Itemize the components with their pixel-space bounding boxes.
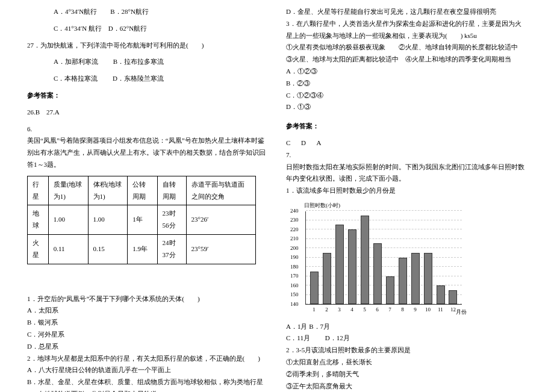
sunshine-chart: 日照时数(小时) 1401501601701801902002102202302… bbox=[292, 201, 461, 317]
chart-xtick: 1 bbox=[310, 305, 319, 314]
q6-1-option-a: A．太阳系 bbox=[27, 305, 268, 317]
chart-bar bbox=[399, 258, 407, 305]
chart-bar bbox=[310, 272, 319, 304]
chart-ytick: 230 bbox=[290, 216, 299, 225]
q7-stem: 日照时数指太阳在某地实际照射的时间。下图为我国东北图们江流域多年日照时数年内变化… bbox=[286, 161, 527, 185]
chart-xtick: 8 bbox=[399, 305, 407, 314]
table-row: 火星 0.11 0.15 1.9年 24时37分 23°59′ bbox=[28, 234, 256, 264]
q27-option-b: B．拉布拉多寒流 bbox=[113, 58, 164, 65]
q6-1-option-c: C．河外星系 bbox=[27, 329, 268, 341]
chart-xtick: 9 bbox=[411, 305, 420, 314]
q6-3-cond-line1: ①火星有类似地球的极昼极夜现象 ②火星、地球自转周期的长度都比较适中 bbox=[286, 42, 527, 54]
q6-2-option-b: B．水星、金星、火星在体积、质量、组成物质方面与地球较相似，称为类地行星 bbox=[27, 376, 268, 388]
cell: 0.11 bbox=[48, 234, 88, 264]
cell: 1.00 bbox=[48, 205, 88, 235]
q7-2-cond2: ②雨季未到，多晴朗天气 bbox=[286, 369, 527, 381]
th-volume: 体积(地球为1) bbox=[88, 176, 128, 205]
chart-bar bbox=[386, 276, 394, 305]
chart-ytick: 160 bbox=[290, 281, 299, 290]
right-column: D．金星、火星等行星能自行发出可见光，这几颗行星在夜空显得很明亮 3．在八颗行星… bbox=[277, 6, 536, 386]
chart-ytick: 180 bbox=[290, 262, 299, 272]
chart-bar bbox=[411, 253, 420, 304]
chart-plot-area: 140150160170180190200210220230240 bbox=[305, 211, 462, 305]
chart-bar bbox=[335, 225, 344, 304]
th-mass: 质量(地球为1) bbox=[48, 176, 88, 205]
chart-xtick: 11 bbox=[437, 305, 445, 314]
chart-ytick: 210 bbox=[290, 234, 299, 244]
chart-ytick: 140 bbox=[290, 299, 299, 309]
chart-xtick: 2 bbox=[323, 305, 331, 314]
q6-3-stem: 3．在八颗行星中，人类首选火星作为探索生命起源和进化的行星，主要是因为火星上的一… bbox=[286, 18, 527, 42]
chart-bar bbox=[424, 253, 432, 304]
chart-bar bbox=[323, 253, 331, 304]
chart-ytick: 150 bbox=[290, 290, 299, 300]
q6-number: 6. bbox=[27, 123, 268, 135]
q7-2-stem: 2．3-5月该流域日照时数最多的主要原因是 bbox=[286, 344, 527, 356]
q6-2-stem: 2．地球与火星都是太阳系中的行星，有关太阳系行星的叙述，不正确的是( ) bbox=[27, 353, 268, 365]
q7-1-stem: 1．该流域多年日照时数最少的月份是 bbox=[286, 185, 527, 197]
planet-table: 行星 质量(地球为1) 体积(地球为1) 公转周期 自转周期 赤道平面与轨道面之… bbox=[27, 176, 256, 264]
q6-1-option-b: B．银河系 bbox=[27, 317, 268, 329]
q6-2-option-d: D．金星、火星等行星能自行发出可见光，这几颗行星在夜空显得很明亮 bbox=[286, 6, 527, 18]
q6-3-cond-line2: ③火星、地球与太阳的距离都比较适中 ④火星上和地球的四季变化周期相当 bbox=[286, 54, 527, 66]
q6-3-option-c: C．①②③④ bbox=[286, 90, 527, 102]
q7-1-options-row1: A．1月 B．7月 bbox=[286, 321, 527, 333]
q6-1-option-d: D．总星系 bbox=[27, 341, 268, 353]
th-rotation: 自转周期 bbox=[157, 176, 186, 205]
th-revolution: 公转周期 bbox=[128, 176, 157, 205]
chart-ytick: 220 bbox=[290, 225, 299, 234]
cell: 1.9年 bbox=[128, 234, 157, 264]
chart-bar bbox=[348, 229, 356, 304]
q7-2-cond1: ①太阳直射点北移，昼长渐长 bbox=[286, 356, 527, 369]
q6-3-option-b: B．②③ bbox=[286, 78, 527, 90]
chart-ytick: 190 bbox=[290, 253, 299, 263]
answer-header-right: 参考答案： bbox=[286, 120, 527, 132]
q7-number: 7. bbox=[286, 149, 527, 161]
chart-xtick: 5 bbox=[361, 305, 369, 314]
chart-xtick: 4 bbox=[348, 305, 356, 314]
q7-1-options-row2: C．11月 D．12月 bbox=[286, 332, 527, 344]
chart-ytitle: 日照时数(小时) bbox=[292, 201, 461, 210]
q6-2-option-a: A．八大行星绕日公转的轨道面几乎在一个平面上 bbox=[27, 364, 268, 376]
q7-1-option-d: D．12月 bbox=[325, 334, 350, 341]
chart-ytick: 170 bbox=[290, 272, 299, 281]
cell: 23°59′ bbox=[186, 234, 255, 264]
q7-1-option-c: C．11月 bbox=[286, 334, 310, 341]
q6-stem: 美国“凤凰”号着陆探测器项目小组发布信息说：“凤凰”号在加热火星土壤样本时鉴别出… bbox=[27, 135, 268, 170]
cell: 1年 bbox=[128, 205, 157, 235]
q7-2-cond3: ③正午太阳高度角最大 bbox=[286, 381, 527, 393]
chart-bar bbox=[437, 285, 445, 304]
q27-options-row2: C．本格拉寒流 D．东格陵兰寒流 bbox=[27, 73, 268, 85]
answer-6: C D A bbox=[286, 137, 527, 149]
chart-xtick: 10 bbox=[424, 305, 432, 314]
cell: 0.15 bbox=[88, 234, 128, 264]
chart-bar bbox=[361, 216, 369, 304]
th-angle: 赤道平面与轨道面之间的交角 bbox=[186, 176, 255, 205]
answer-header-left: 参考答案： bbox=[27, 90, 268, 102]
q6-1-stem: 1．升空后的“凤凰号”不属于下列哪个天体系统的天体( ) bbox=[27, 293, 268, 305]
q6-3-option-d: D．①③ bbox=[286, 101, 527, 113]
chart-xtick: 6 bbox=[373, 305, 382, 314]
left-column: A．4°34′N航行 B．28°N航行 C．41°34′N 航行 D．62°N航… bbox=[18, 6, 277, 386]
q27-option-a: A．加那利寒流 bbox=[54, 58, 98, 65]
chart-ytick: 240 bbox=[290, 206, 299, 216]
answer-26-27: 26.B 27.A bbox=[27, 107, 268, 119]
q27-option-d: D．东格陵兰寒流 bbox=[113, 75, 164, 82]
chart-xtick: 7 bbox=[386, 305, 394, 314]
cell: 23时56分 bbox=[157, 205, 186, 235]
chart-bar bbox=[449, 290, 457, 304]
chart-xtick: 3 bbox=[335, 305, 344, 314]
q27-stem: 27．为加快航速，下列洋流中哥伦布航海时可利用的是( ) bbox=[27, 40, 268, 52]
cell: 24时37分 bbox=[157, 234, 186, 264]
cell: 火星 bbox=[28, 234, 49, 264]
cell: 1.00 bbox=[88, 205, 128, 235]
table-row: 地球 1.00 1.00 1年 23时56分 23°26′ bbox=[28, 205, 256, 235]
q7-1-option-ab: A．1月 B．7月 bbox=[286, 323, 330, 330]
q26-options-line2: C．41°34′N 航行 D．62°N航行 bbox=[27, 23, 268, 35]
th-planet: 行星 bbox=[28, 176, 49, 205]
q27-option-c: C．本格拉寒流 bbox=[54, 75, 98, 82]
q26-options-line1: A．4°34′N航行 B．28°N航行 bbox=[27, 6, 268, 18]
cell: 地球 bbox=[28, 205, 49, 235]
chart-bar bbox=[373, 243, 382, 304]
q27-options-row1: A．加那利寒流 B．拉布拉多寒流 bbox=[27, 56, 268, 68]
